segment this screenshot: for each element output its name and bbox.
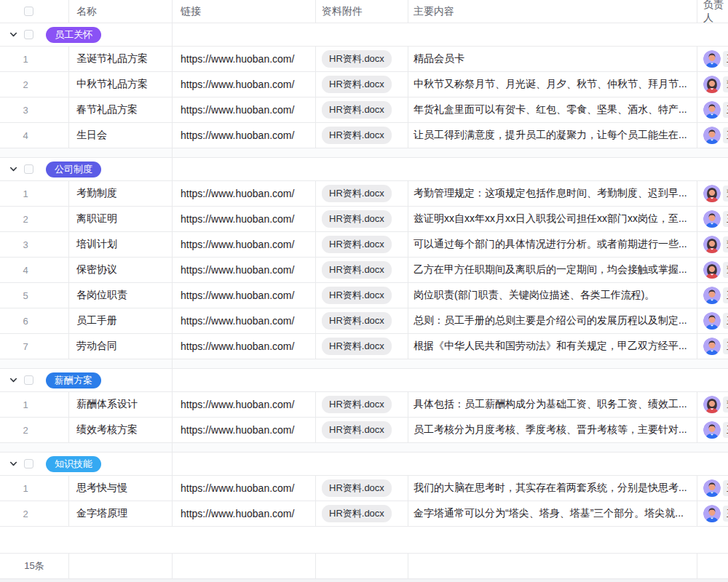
row-index-cell: 2 (0, 418, 69, 442)
column-header-link[interactable]: 链接 (173, 0, 316, 23)
name-cell[interactable]: 金字塔原理 (69, 501, 173, 526)
link-cell: https://www.huoban.com/ (173, 232, 316, 257)
owner-tag[interactable]: 董 (703, 236, 728, 253)
content-cell[interactable]: 员工考核分为月度考核、季度考核、晋升考核等，主要针对... (408, 418, 697, 442)
owner-tag[interactable]: 董 (703, 261, 728, 279)
name-cell[interactable]: 保密协议 (69, 258, 173, 282)
owner-tag[interactable]: 董 (703, 396, 728, 413)
attachment-chip[interactable]: HR资料.docx (322, 185, 392, 202)
attachment-chip[interactable]: HR资料.docx (322, 236, 392, 253)
attachment-chip[interactable]: HR资料.docx (322, 76, 392, 93)
owner-tag[interactable]: 王 (703, 479, 728, 497)
content-cell[interactable]: 金字塔通常可以分为“塔尖、塔身、塔基”三个部分。塔尖就... (408, 501, 697, 526)
attachment-chip[interactable]: HR资料.docx (322, 479, 392, 497)
owner-tag[interactable]: 董 (703, 185, 728, 202)
owner-tag[interactable]: 王 (703, 505, 728, 522)
group-checkbox[interactable] (24, 375, 33, 385)
record-link[interactable]: https://www.huoban.com/ (181, 213, 294, 225)
chevron-down-icon[interactable] (9, 375, 18, 385)
content-cell[interactable]: 兹证明xx自xx年xx月xx日入职我公司担任xx部门xx岗位，至... (408, 207, 697, 231)
record-name: 保密协议 (76, 263, 117, 276)
attachment-chip[interactable]: HR资料.docx (322, 210, 392, 228)
attachment-chip[interactable]: HR资料.docx (322, 261, 392, 279)
content-cell[interactable]: 我们的大脑在思考时，其实存在着两套系统，分别是快思考... (408, 476, 697, 501)
record-link[interactable]: https://www.huoban.com/ (181, 399, 294, 410)
owner-tag[interactable]: 王 (703, 287, 728, 304)
content-cell[interactable]: 中秋节又称祭月节、月光诞、月夕、秋节、仲秋节、拜月节... (408, 72, 697, 97)
record-link[interactable]: https://www.huoban.com/ (181, 340, 294, 352)
group-header-rest (173, 369, 728, 391)
name-cell[interactable]: 圣诞节礼品方案 (69, 47, 173, 71)
record-content: 金字塔通常可以分为“塔尖、塔身、塔基”三个部分。塔尖就... (414, 507, 684, 520)
content-cell[interactable]: 考勤管理规定：这项规定包括作息时间、考勤制度、迟到早... (408, 181, 697, 206)
chevron-down-icon[interactable] (9, 164, 18, 174)
record-link[interactable]: https://www.huoban.com/ (181, 482, 294, 494)
name-cell[interactable]: 薪酬体系设计 (69, 392, 173, 417)
content-cell[interactable]: 年货礼盒里面可以有贺卡、红包、零食、坚果、酒水、特产... (408, 97, 697, 122)
content-cell[interactable]: 根据《中华人民共和国劳动法》和有关规定，甲乙双方经平... (408, 334, 697, 359)
attachment-chip[interactable]: HR资料.docx (322, 312, 392, 330)
content-cell[interactable]: 精品会员卡 (408, 47, 697, 71)
attachment-chip[interactable]: HR资料.docx (322, 50, 392, 68)
content-cell[interactable]: 可以通过每个部门的具体情况进行分析。或者前期进行一些... (408, 232, 697, 257)
column-header-attachment[interactable]: 资料附件 (316, 0, 408, 23)
owner-tag[interactable]: 董 (703, 76, 728, 93)
record-link[interactable]: https://www.huoban.com/ (181, 79, 294, 90)
user-avatar-female-icon (703, 236, 721, 253)
name-cell[interactable]: 中秋节礼品方案 (69, 72, 173, 97)
content-cell[interactable]: 让员工得到满意度，提升员工的凝聚力，让每个员工能生在... (408, 123, 697, 148)
content-cell[interactable]: 乙方在甲方任职期间及离职后的一定期间，均会接触或掌握... (408, 258, 697, 282)
attachment-chip[interactable]: HR资料.docx (322, 127, 392, 144)
column-header-content[interactable]: 主要内容 (408, 0, 697, 23)
attachment-chip[interactable]: HR资料.docx (322, 338, 392, 355)
name-cell[interactable]: 劳动合同 (69, 334, 173, 359)
content-cell[interactable]: 总则：员工手册的总则主要是介绍公司的发展历程以及制定... (408, 308, 697, 333)
group-checkbox[interactable] (24, 459, 33, 469)
record-link[interactable]: https://www.huoban.com/ (181, 104, 294, 116)
group-header-row: 公司制度 (0, 158, 728, 181)
name-cell[interactable]: 生日会 (69, 123, 173, 148)
attachment-chip[interactable]: HR资料.docx (322, 505, 392, 522)
record-link[interactable]: https://www.huoban.com/ (181, 239, 294, 250)
record-link[interactable]: https://www.huoban.com/ (181, 188, 294, 199)
name-cell[interactable]: 各岗位职责 (69, 283, 173, 308)
chevron-down-icon[interactable] (9, 30, 18, 39)
chevron-down-icon[interactable] (9, 459, 18, 469)
name-cell[interactable]: 员工手册 (69, 308, 173, 333)
owner-tag[interactable]: 王 (703, 127, 728, 144)
group-gap-divider (0, 359, 173, 368)
owner-cell: 董 (697, 258, 728, 282)
attachment-chip[interactable]: HR资料.docx (322, 287, 392, 304)
attachment-chip[interactable]: HR资料.docx (322, 101, 392, 119)
select-all-checkbox[interactable] (24, 7, 33, 16)
record-link[interactable]: https://www.huoban.com/ (181, 290, 294, 301)
record-link[interactable]: https://www.huoban.com/ (181, 129, 294, 141)
record-link[interactable]: https://www.huoban.com/ (181, 508, 294, 519)
group-checkbox[interactable] (24, 30, 33, 39)
name-cell[interactable]: 春节礼品方案 (69, 97, 173, 122)
name-cell[interactable]: 考勤制度 (69, 181, 173, 206)
name-cell[interactable]: 离职证明 (69, 207, 173, 231)
owner-tag[interactable]: 王 (703, 421, 728, 439)
name-cell[interactable]: 培训计划 (69, 232, 173, 257)
record-link[interactable]: https://www.huoban.com/ (181, 264, 294, 276)
group-checkbox[interactable] (24, 164, 33, 174)
owner-tag[interactable]: 王 (703, 50, 728, 68)
owner-tag[interactable]: 王 (703, 101, 728, 119)
column-header-owner[interactable]: 负责人 (697, 0, 728, 23)
record-link[interactable]: https://www.huoban.com/ (181, 424, 294, 436)
owner-tag[interactable]: 王 (703, 338, 728, 355)
owner-tag[interactable]: 王 (703, 312, 728, 330)
attachment-cell: HR资料.docx (316, 501, 408, 526)
owner-tag[interactable]: 王 (703, 210, 728, 228)
attachment-chip[interactable]: HR资料.docx (322, 421, 392, 439)
content-cell[interactable]: 具体包括：员工薪酬构成分为基础工资、职务工资、绩效工... (408, 392, 697, 417)
attachment-chip[interactable]: HR资料.docx (322, 396, 392, 413)
record-link[interactable]: https://www.huoban.com/ (181, 53, 294, 65)
record-link[interactable]: https://www.huoban.com/ (181, 315, 294, 327)
content-cell[interactable]: 岗位职责(部门职责、关键岗位描述、各类工作流程)。 (408, 283, 697, 308)
column-header-name[interactable]: 名称 (69, 0, 173, 23)
name-cell[interactable]: 绩效考核方案 (69, 418, 173, 442)
owner-cell: 王 (697, 97, 728, 122)
name-cell[interactable]: 思考快与慢 (69, 476, 173, 501)
